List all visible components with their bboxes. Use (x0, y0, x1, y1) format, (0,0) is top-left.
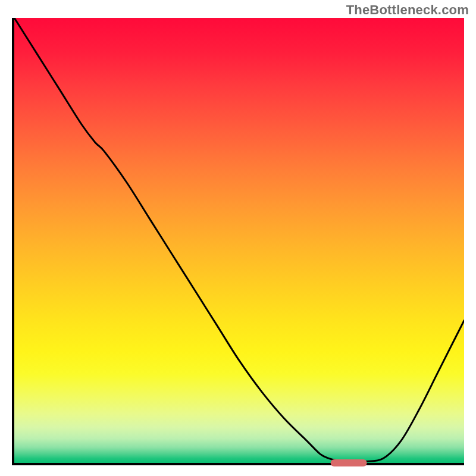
plot-area (12, 18, 464, 465)
watermark-text: TheBottleneck.com (346, 2, 469, 18)
bottleneck-curve (14, 18, 464, 463)
optimal-range-marker (331, 459, 367, 466)
